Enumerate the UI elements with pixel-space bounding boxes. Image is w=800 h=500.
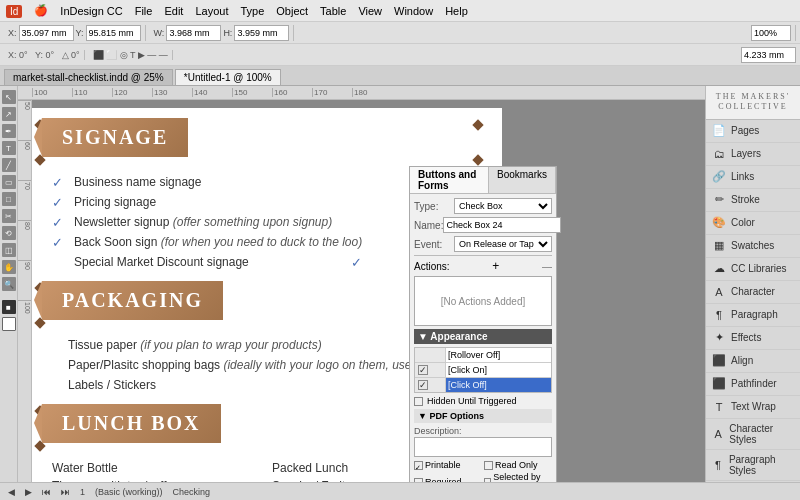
ruler-mark: 170: [312, 88, 352, 97]
document-canvas: SIGNAGE ✓ Business name signage ✓ Pricin…: [32, 100, 705, 498]
menu-edit[interactable]: Edit: [164, 5, 183, 17]
bf-actions-menu[interactable]: —: [542, 261, 552, 272]
right-tool-effects[interactable]: ✦ Effects: [706, 327, 800, 350]
menu-window[interactable]: Window: [394, 5, 433, 17]
status-nav-back[interactable]: ◀: [8, 487, 15, 497]
text-wrap-label: Text Wrap: [731, 401, 776, 412]
ruler-mark: 100: [32, 88, 72, 97]
cc-libraries-icon: ☁: [712, 262, 726, 276]
bf-type-label: Type:: [414, 201, 454, 212]
lunchbox-header: LUNCH BOX: [42, 404, 221, 443]
bf-actions-label: Actions:: [414, 261, 450, 272]
gradient-tool[interactable]: ◫: [2, 243, 16, 257]
left-tools-panel: ↖ ↗ ✒ T ╱ ▭ □ ✂ ⟲ ◫ ✋ 🔍 ■: [0, 86, 18, 498]
tab-market-stall[interactable]: market-stall-checklist.indd @ 25%: [4, 69, 173, 85]
status-bar: ◀ ▶ ⏮ ⏭ 1 (Basic (working)) Checking: [0, 482, 800, 500]
special-checkbox[interactable]: ✓: [351, 255, 362, 270]
apple-menu[interactable]: 🍎: [34, 4, 48, 17]
h-input[interactable]: [234, 25, 289, 41]
toolbar2-input[interactable]: [741, 47, 796, 63]
right-tool-stroke[interactable]: ✏ Stroke: [706, 189, 800, 212]
ribbon-right-bottom: [472, 154, 483, 165]
right-tool-swatches[interactable]: ▦ Swatches: [706, 235, 800, 258]
right-tool-cc-libraries[interactable]: ☁ CC Libraries: [706, 258, 800, 281]
align-label: Align: [731, 355, 753, 366]
free-transform-tool[interactable]: ⟲: [2, 226, 16, 240]
stroke-color[interactable]: [2, 317, 16, 331]
x-input[interactable]: [19, 25, 74, 41]
hidden-checkbox[interactable]: [414, 397, 423, 406]
pen-tool[interactable]: ✒: [2, 124, 16, 138]
line-tool[interactable]: ╱: [2, 158, 16, 172]
status-nav-end[interactable]: ⏭: [61, 487, 70, 497]
zoom-input[interactable]: [751, 25, 791, 41]
zoom-tool[interactable]: 🔍: [2, 277, 16, 291]
app-state-preview-3[interactable]: [Click Off]: [446, 378, 551, 392]
bf-name-input[interactable]: [443, 217, 561, 233]
menu-help[interactable]: Help: [445, 5, 468, 17]
w-input[interactable]: [166, 25, 221, 41]
effects-label: Effects: [731, 332, 761, 343]
right-tool-color[interactable]: 🎨 Color: [706, 212, 800, 235]
tab-untitled[interactable]: *Untitled-1 @ 100%: [175, 69, 281, 85]
hand-tool[interactable]: ✋: [2, 260, 16, 274]
bf-tab-buttons-forms[interactable]: Buttons and Forms: [410, 167, 489, 193]
bf-appearance-header: ▼ Appearance: [414, 329, 552, 344]
ruler-mark-v: 100: [18, 300, 31, 340]
signage-item-3-text: Newsletter signup (offer something upon …: [74, 215, 332, 229]
menu-table[interactable]: Table: [320, 5, 346, 17]
bf-name-label: Name:: [414, 220, 443, 231]
app-state-label-3: ✓: [415, 378, 445, 392]
rect-tool[interactable]: □: [2, 192, 16, 206]
select-tool[interactable]: ↖: [2, 90, 16, 104]
bf-panel-header: Buttons and Forms Bookmarks: [410, 167, 556, 194]
bf-tab-bookmarks[interactable]: Bookmarks: [489, 167, 556, 193]
printable-checkbox[interactable]: ✓: [414, 461, 423, 470]
app-state-preview-2[interactable]: [Click On]: [446, 363, 551, 377]
right-tool-layers[interactable]: 🗂 Layers: [706, 143, 800, 166]
scissor-tool[interactable]: ✂: [2, 209, 16, 223]
right-tool-text-wrap[interactable]: T Text Wrap: [706, 396, 800, 419]
bf-type-row: Type: Check Box: [414, 198, 552, 214]
bf-event-select[interactable]: On Release or Tap: [454, 236, 552, 252]
signage-item-2-text: Pricing signage: [74, 195, 156, 209]
right-tool-pathfinder[interactable]: ⬛ Pathfinder: [706, 373, 800, 396]
menu-layout[interactable]: Layout: [195, 5, 228, 17]
toolbar2: X: 0° Y: 0° △ 0° ⬛ ⬜ ◎ T ▶ — —: [0, 44, 800, 66]
status-profile: (Basic (working)): [95, 487, 163, 497]
ruler-mark-v: 60: [18, 140, 31, 180]
bf-type-select[interactable]: Check Box: [454, 198, 552, 214]
status-nav-start[interactable]: ⏮: [42, 487, 51, 497]
links-label: Links: [731, 171, 754, 182]
menu-view[interactable]: View: [358, 5, 382, 17]
right-tool-pages[interactable]: 📄 Pages: [706, 120, 800, 143]
toolbar: X: Y: W: H:: [0, 22, 800, 44]
type-tool[interactable]: T: [2, 141, 16, 155]
ruler-and-canvas: 50 60 70 80 90 100 SIGNAGE: [18, 100, 705, 498]
right-tool-character[interactable]: A Character: [706, 281, 800, 304]
direct-select-tool[interactable]: ↗: [2, 107, 16, 121]
right-tool-character-styles[interactable]: A Character Styles: [706, 419, 800, 450]
right-tool-links[interactable]: 🔗 Links: [706, 166, 800, 189]
menu-file[interactable]: File: [135, 5, 153, 17]
ribbon-right-top: [472, 119, 483, 130]
menu-object[interactable]: Object: [276, 5, 308, 17]
readonly-checkbox[interactable]: [484, 461, 493, 470]
fill-color[interactable]: ■: [2, 300, 16, 314]
right-tool-paragraph-styles[interactable]: ¶ Paragraph Styles: [706, 450, 800, 481]
bf-pdf-header[interactable]: ▼ PDF Options: [414, 409, 552, 423]
right-tool-align[interactable]: ⬛ Align: [706, 350, 800, 373]
right-tool-paragraph[interactable]: ¶ Paragraph: [706, 304, 800, 327]
w-label: W:: [154, 28, 165, 38]
check-icon-2: ✓: [52, 195, 68, 209]
toolbar2-coords: X: 0° Y: 0° △ 0°: [8, 50, 80, 60]
menu-type[interactable]: Type: [240, 5, 264, 17]
bf-description-input[interactable]: [414, 437, 552, 457]
app-state-preview-1[interactable]: [Rollover Off]: [446, 348, 551, 362]
bf-add-action[interactable]: +: [492, 259, 499, 273]
signage-item-4-italic: (for when you need to duck to the loo): [161, 235, 362, 249]
status-nav-fwd[interactable]: ▶: [25, 487, 32, 497]
rect-frame-tool[interactable]: ▭: [2, 175, 16, 189]
y-input[interactable]: [86, 25, 141, 41]
menu-indesign[interactable]: InDesign CC: [60, 5, 122, 17]
